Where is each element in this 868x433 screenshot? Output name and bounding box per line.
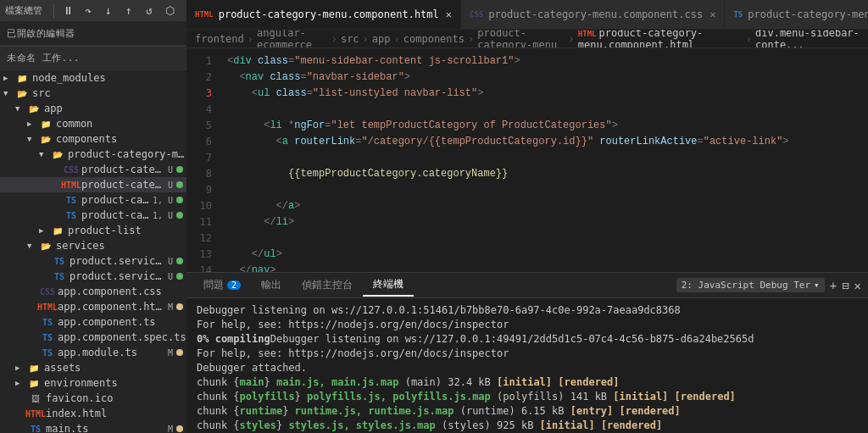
editor-content: 12345678910111213141516 <div class="menu… [186, 48, 868, 433]
line-number: 13 [186, 247, 212, 263]
tree-item-product-category-menu.component.ts[interactable]: TSproduct-category-menu.component.ts1, U [0, 192, 186, 208]
editor-tab-tab-html[interactable]: HTML product-category-menu.component.htm… [186, 0, 461, 29]
tree-item-label: favicon.ico [46, 392, 186, 404]
working-area-label: 未命名 工作... [7, 52, 80, 64]
terminal-selector[interactable]: 2: JavaScript Debug Ter ▾ [676, 278, 825, 292]
panel-tab-debug[interactable]: 偵錯主控台 [292, 275, 363, 296]
tree-item-src[interactable]: ▼📂src [0, 86, 186, 101]
code-line: </a> [227, 198, 868, 214]
code-line: {{tempProductCategory.categoryName}} [227, 166, 868, 182]
breadcrumb-part: frontend [195, 33, 244, 45]
terminal-body[interactable]: Debugger listening on ws://127.0.0.1:514… [186, 298, 868, 433]
tree-item-label: services [56, 240, 186, 252]
code-line: <nav class="navbar-sidebar"> [227, 69, 868, 86]
line-number: 8 [186, 166, 212, 182]
breadcrumb-part: components [403, 33, 465, 45]
step-over-btn[interactable]: ↷ [79, 2, 97, 20]
tab-close-btn[interactable]: ✕ [446, 8, 452, 20]
tree-item-product.service.ts[interactable]: TSproduct.service.tsU [0, 253, 186, 269]
file-badge: M [168, 303, 173, 312]
tree-item-label: app.component.html [58, 301, 164, 313]
line-number: 4 [186, 102, 212, 118]
restart-btn[interactable]: ↺ [140, 2, 159, 20]
status-dot [176, 197, 183, 203]
chevron-icon: ▼ [15, 104, 27, 113]
tree-item-app[interactable]: ▼📂app [0, 101, 186, 116]
tree-item-product-list[interactable]: ▶📁product-list [0, 223, 186, 238]
tab-type-icon: TS [733, 10, 743, 19]
file-type-icon: 📂 [51, 147, 64, 161]
file-badge: U [168, 180, 173, 190]
tree-item-product-category-menu.component.html[interactable]: HTMLproduct-category-menu.component.html… [0, 177, 186, 192]
working-area-header[interactable]: 未命名 工作... [0, 46, 186, 70]
file-type-icon: 📁 [15, 71, 29, 85]
close-panel-btn[interactable]: ✕ [854, 279, 861, 292]
tree-item-node_modules[interactable]: ▶📁node_modules [0, 70, 186, 86]
terminal-line: chunk {runtime} runtime.js, runtime.js.m… [197, 404, 858, 419]
editor-tab-tab-css[interactable]: CSS product-category-menu.component.css … [461, 0, 725, 29]
step-into-btn[interactable]: ↓ [99, 2, 118, 20]
panel-tab-output[interactable]: 輸出 [251, 275, 292, 296]
opened-editors-label: 已開啟的編輯器 [7, 27, 75, 40]
panel-tabs-bar: 問題2輸出偵錯主控台終端機 2: JavaScript Debug Ter ▾ … [186, 273, 868, 298]
tree-item-common[interactable]: ▶📁common [0, 116, 186, 131]
add-terminal-btn[interactable]: + [830, 279, 837, 292]
file-type-icon: TS [29, 422, 42, 433]
pause-btn[interactable]: ⏸ [58, 2, 77, 20]
code-area[interactable]: <div class="menu-sidebar-content js-scro… [219, 48, 868, 272]
chevron-icon: ▶ [27, 119, 39, 128]
breadcrumb: frontend › angular-ecommerce › src › app… [186, 30, 868, 48]
tab-label: product-category-menu.component.css [488, 8, 703, 20]
tree-item-index.html[interactable]: HTMLindex.html [0, 406, 186, 421]
tree-item-main.ts[interactable]: TSmain.tsM [0, 421, 186, 433]
code-line: <li *ngFor="let tempProductCategory of P… [227, 118, 868, 134]
editor-tab-tab-ts[interactable]: TS product-category-menu.component.ts ✕ [725, 0, 868, 29]
breadcrumb-part: product-category-menu [477, 30, 565, 48]
tree-item-components[interactable]: ▼📂components [0, 131, 186, 147]
file-badge: M [168, 425, 173, 434]
tree-item-label: product.service.ts [70, 255, 164, 267]
tree-item-environments[interactable]: ▶📁environments [0, 375, 186, 391]
file-type-icon: CSS [64, 163, 78, 176]
tree-item-app.component.spec.ts[interactable]: TSapp.component.spec.ts [0, 330, 186, 345]
panel-tab-issues[interactable]: 問題2 [193, 275, 251, 296]
tree-item-app.component.html[interactable]: HTMLapp.component.htmlM [0, 299, 186, 314]
panel-tab-terminal[interactable]: 終端機 [363, 274, 414, 297]
tree-item-product-category-menu[interactable]: ▼📂product-category-menu [0, 147, 186, 162]
sidebar-title: 檔案總管 [5, 4, 42, 17]
tree-item-product-category-menu.component.css[interactable]: CSSproduct-category-menu.component.cssU [0, 162, 186, 177]
chevron-icon: ▶ [3, 74, 15, 82]
chevron-icon: ▶ [15, 379, 27, 387]
status-dot [176, 166, 183, 173]
split-terminal-btn[interactable]: ⊟ [842, 279, 849, 292]
step-out-btn[interactable]: ↑ [120, 2, 138, 20]
tree-item-app.component.ts[interactable]: TSapp.component.ts [0, 314, 186, 330]
line-number: 10 [186, 198, 212, 214]
code-line: <div class="menu-sidebar-content js-scro… [227, 53, 868, 69]
breadcrumb-part: src [341, 33, 359, 45]
sidebar-toolbar: 檔案總管 ⏸ ↷ ↓ ↑ ↺ ⬡ [0, 0, 186, 22]
file-type-icon: 📁 [27, 376, 41, 390]
tree-item-assets[interactable]: ▶📁assets [0, 360, 186, 375]
file-type-icon: 📂 [27, 102, 41, 115]
tree-item-app.module.ts[interactable]: TSapp.module.tsM [0, 345, 186, 360]
tab-close-btn[interactable]: ✕ [709, 8, 715, 20]
tree-item-product-category-menu.component.spec.ts[interactable]: TSproduct-category-menu.component.spec.t… [0, 208, 186, 223]
line-number: 3 [186, 86, 212, 102]
tree-item-product.service.spec.ts[interactable]: TSproduct.service.spec.tsU [0, 269, 186, 284]
terminal-line: For help, see: https://nodejs.org/en/doc… [197, 347, 858, 361]
tree-item-favicon.ico[interactable]: 🖼favicon.ico [0, 391, 186, 406]
status-dot [176, 349, 183, 356]
file-type-icon: TS [53, 269, 66, 283]
file-badge: M [168, 348, 173, 358]
tree-item-services[interactable]: ▼📂services [0, 238, 186, 253]
main-layout: 檔案總管 ⏸ ↷ ↓ ↑ ↺ ⬡ 已開啟的編輯器 未命名 工作... ▶📁nod… [0, 0, 868, 433]
tree-item-label: product-list [68, 225, 186, 236]
file-type-icon: 📁 [51, 224, 64, 237]
breadcrumb-part: app [372, 33, 391, 45]
code-line [227, 182, 868, 198]
editor-main[interactable]: 12345678910111213141516 <div class="menu… [186, 48, 868, 272]
tree-item-app.component.css[interactable]: CSSapp.component.css [0, 284, 186, 299]
tree-item-label: product-category-menu [68, 148, 186, 160]
stop-btn[interactable]: ⬡ [160, 2, 179, 20]
